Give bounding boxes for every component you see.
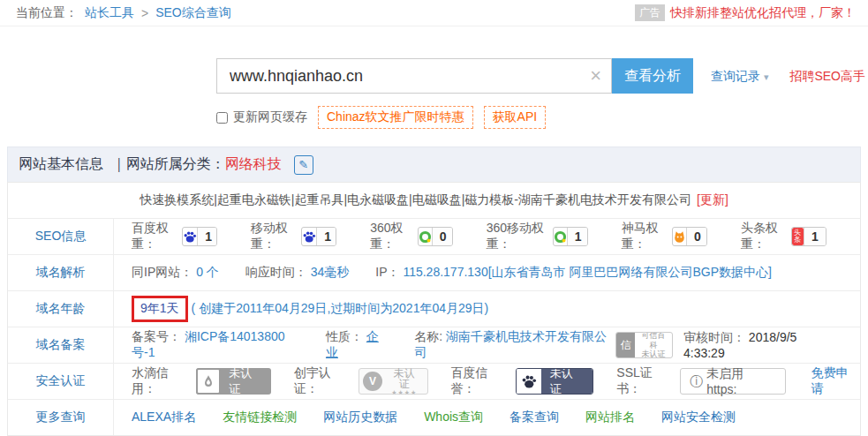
section-title: 网站基本信息 [19,155,103,174]
breadcrumb-separator: > [141,6,148,20]
baidu-paw-icon [302,228,317,245]
row-label-icp: 域名备案 [8,327,114,363]
baidu-paw-icon [517,369,541,394]
kexin-icon: 信 [616,332,635,358]
response-time-value: 34毫秒 [311,265,350,279]
same-ip: 同IP网站： 0 个 [132,265,219,281]
same-ip-value[interactable]: 0 个 [196,265,219,279]
search-input[interactable] [216,58,612,94]
link-site-rank[interactable]: 网站排名 [585,410,635,425]
row-label-more: 更多查询 [8,400,114,435]
ad-banner[interactable]: 广告 快排新排整站优化招代理，厂家！ [635,4,856,21]
ssl-cert: SSL证书： ⓘ 未启用 https: [616,365,786,397]
water-drop-icon [196,368,221,395]
link-friend-links-check[interactable]: 友情链接检测 [223,410,297,425]
domain-age-detail: ( 创建于2011年04月29日,过期时间为2021年04月29日) [192,301,489,317]
audit-time: 审核时间： 2018/9/5 4:33:29 [683,330,834,360]
dns-row: 域名解析 同IP网站： 0 个 响应时间： 34毫秒 IP： 115.28.17… [8,254,860,290]
ad-badge: 广告 [635,4,665,21]
breadcrumb-prefix: 当前位置： [16,5,78,21]
breadcrumb-link-tools[interactable]: 站长工具 [85,5,134,21]
site-title: 快速换模系统|起重电永磁铁|起重吊具|电永磁吸盘|电磁吸盘|磁力模板-湖南千豪机… [140,192,691,208]
domain-age-row: 域名年龄 9年1天 ( 创建于2011年04月29日,过期时间为2021年04月… [8,290,860,327]
site-title-row: 快速换模系统|起重电永磁铁|起重吊具|电永磁吸盘|电磁吸盘|磁力模板-湖南千豪机… [8,183,860,218]
section-header: 网站基本信息 ｜ 网站所属分类： 网络科技 ✎ [7,147,861,182]
search-input-wrap: × [216,58,612,94]
toutiao-weight[interactable]: 头条权重： 头条 1 [741,221,826,252]
refresh-cache-checkbox[interactable] [216,112,228,124]
chevron-down-icon: ▾ [764,71,769,82]
free-apply-link[interactable]: 免费申请 [811,365,860,397]
analyze-button[interactable]: 查看分析 [612,58,693,94]
360-weight[interactable]: 360权重： 0 [370,221,453,252]
row-label-seo: SEO信息 [8,219,114,254]
hire-seo-link[interactable]: 招聘SEO高手 [789,58,865,94]
icp-number: 备案号： 湘ICP备14013800号-1 [132,329,299,361]
edit-icon[interactable]: ✎ [294,155,313,175]
seo-info-row: SEO信息 百度权重： 1 移动权重： 1 360权重： 0 [8,218,860,254]
link-icp-query[interactable]: 备案查询 [509,410,559,425]
shenma-owl-icon [673,228,687,245]
chuangyu-v-icon: V [363,372,382,391]
query-history-link[interactable]: 查询记录 ▾ [711,58,768,94]
refresh-cache-option[interactable]: 更新网页缓存 [216,109,307,125]
ssl-status-box: ⓘ 未启用 https: [680,368,786,395]
category-value[interactable]: 网络科技 [225,155,282,174]
clear-icon[interactable]: × [590,64,601,87]
search-section: × 查看分析 查询记录 ▾ 招聘SEO高手 更新网页缓存 Chinaz软文推广限… [0,26,868,129]
360-mobile-weight[interactable]: 360移动权重： 1 [487,221,588,252]
more-queries-row: 更多查询 ALEXA排名 友情链接检测 网站历史数据 Whois查询 备案查询 … [8,399,860,435]
response-time: 响应时间： 34毫秒 [245,265,349,281]
breadcrumb: 当前位置： 站长工具 > SEO综合查询 [16,5,231,21]
baidu-weight[interactable]: 百度权重： 1 [132,221,217,252]
baidu-paw-icon [183,228,198,245]
ip-value[interactable]: 115.28.177.130[山东省青岛市 阿里巴巴网络有限公司BGP数据中心] [403,265,772,279]
link-site-history[interactable]: 网站历史数据 [323,410,397,425]
link-whois-query[interactable]: Whois查询 [424,410,483,425]
info-icon: ⓘ [690,373,703,390]
icp-name: 名称: 湖南千豪机电技术开发有限公司 [414,329,608,361]
get-api-button[interactable]: 获取API [484,106,547,129]
ad-text[interactable]: 快排新排整站优化招代理，厂家！ [670,5,856,21]
row-label-dns: 域名解析 [8,255,114,290]
icp-name-value[interactable]: 湖南千豪机电技术开发有限公司 [414,329,607,359]
toutiao-icon: 头条 [792,228,804,245]
shenma-weight[interactable]: 神马权重： 0 [622,221,707,252]
domain-age-highlight: 9年1天 [132,296,188,322]
shuidi-credit[interactable]: 水滴信用： 未认证 [132,365,271,397]
category-label: 网站所属分类： [126,155,225,174]
promo-button[interactable]: Chinaz软文推广限时特惠 [318,106,473,129]
row-label-security: 安全认证 [8,364,114,399]
icp-nature: 性质： 企业 [326,329,388,361]
section-divider: ｜ [112,155,126,174]
360-icon [554,228,568,245]
update-title-link[interactable]: [更新] [697,192,728,208]
link-site-security-check[interactable]: 网站安全检测 [661,410,736,425]
mobile-weight[interactable]: 移动权重： 1 [251,221,336,252]
baidu-reputation[interactable]: 百度信誉： 未认证 [451,365,594,397]
breadcrumb-link-seo-query[interactable]: SEO综合查询 [155,5,231,21]
row-label-age: 域名年龄 [8,291,114,327]
icp-row: 域名备案 备案号： 湘ICP备14013800号-1 性质： 企业 名称: 湖南… [8,327,860,363]
link-alexa-rank[interactable]: ALEXA排名 [132,410,196,425]
site-info-table: 快速换模系统|起重电永磁铁|起重吊具|电永磁吸盘|电磁吸盘|磁力模板-湖南千豪机… [7,182,861,436]
top-bar: 当前位置： 站长工具 > SEO综合查询 广告 快排新排整站优化招代理，厂家！ [0,0,868,26]
kexin-baike-badge[interactable]: 信 可信百科 未认证 [615,332,673,358]
chuangyu-cert[interactable]: 创宇认证： V 未认证 ★★★★ [294,365,428,397]
ip-info: IP： 115.28.177.130[山东省青岛市 阿里巴巴网络有限公司BGP数… [375,265,772,281]
360-icon [419,228,433,245]
security-row: 安全认证 水滴信用： 未认证 创宇认证： V 未认证 ★★★★ [8,363,860,399]
